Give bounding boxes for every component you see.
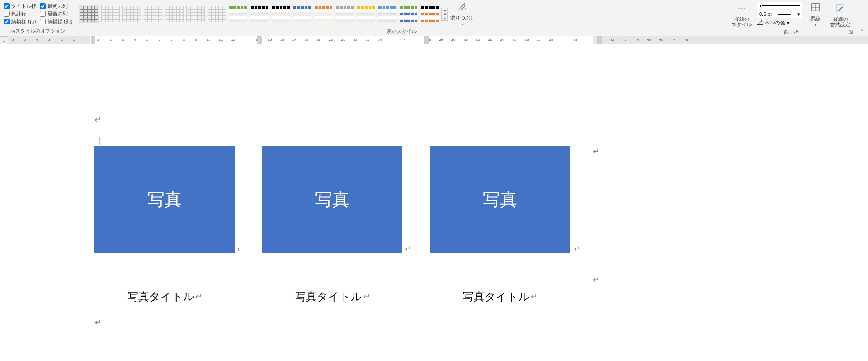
photo-title-1: 写真タイトル: [127, 289, 194, 304]
svg-rect-2: [757, 24, 763, 25]
table-style-thumb[interactable]: [143, 5, 163, 23]
cell-mark: ↵: [237, 244, 244, 254]
table-style-thumb[interactable]: [121, 5, 142, 23]
borders-button[interactable]: 罫線 ▾: [806, 2, 825, 28]
first-col-label: 最初の列: [48, 3, 68, 10]
photo-placeholder-1[interactable]: 写真: [94, 146, 235, 253]
shading-button[interactable]: 塗りつぶし ▾: [448, 1, 477, 27]
total-row-checkbox[interactable]: 集計行: [4, 10, 36, 17]
vertical-ruler[interactable]: [0, 44, 8, 361]
table-styles-group: ▲ ▼ ▾ 塗りつぶし ▾ 表のスタイル: [76, 0, 727, 36]
line-style-dropdown[interactable]: ▾: [757, 2, 802, 9]
banded-cols-input[interactable]: [40, 19, 46, 24]
table-style-thumb[interactable]: [398, 5, 419, 23]
paragraph-mark: ↵: [195, 292, 202, 302]
table-style-thumb[interactable]: [228, 5, 248, 23]
photo-cell-1[interactable]: 写真: [94, 146, 235, 253]
painter-icon: [835, 3, 846, 15]
total-row-input[interactable]: [4, 11, 10, 17]
paragraph-mark: ↵: [94, 318, 101, 327]
banded-rows-input[interactable]: [4, 19, 10, 24]
first-col-input[interactable]: [40, 3, 46, 9]
paragraph-mark: ↵: [531, 292, 538, 302]
table-style-thumb[interactable]: [420, 5, 440, 23]
photo-table-row-2: 写真タイトル↵ 写真タイトル↵ 写真タイトル↵ ↵: [94, 271, 597, 304]
photo-placeholder-3[interactable]: 写真: [430, 146, 570, 253]
table-style-thumb[interactable]: [164, 5, 184, 23]
table-style-thumb[interactable]: [79, 5, 99, 23]
margin-corner-tl: [92, 137, 100, 145]
photo-table-row-1: 写真 ↵ 写真 ↵ 写真 ↵ ↵: [94, 146, 597, 253]
borders-group: 罫線の スタイル ▾ 0.5 pt ▾ ペンの色 ▾: [727, 0, 855, 36]
pen-color-label: ペンの色: [765, 20, 785, 26]
page: ↵ 写真 ↵ 写真 ↵ 写真 ↵ ↵ 写真タイトル↵: [8, 44, 684, 361]
gallery-down-button[interactable]: ▼: [442, 12, 447, 16]
table-style-thumb[interactable]: [313, 5, 334, 23]
title-cell-1[interactable]: 写真タイトル↵: [94, 271, 235, 304]
bucket-icon: [458, 2, 468, 14]
table-style-thumb[interactable]: [356, 5, 376, 23]
table-style-thumb[interactable]: [335, 5, 355, 23]
pen-icon: [757, 19, 763, 26]
photo-cell-2[interactable]: 写真: [262, 146, 402, 253]
table-style-thumb[interactable]: [100, 5, 121, 23]
row-end-mark: ↵: [593, 275, 600, 285]
border-style-icon: [737, 4, 747, 15]
table-style-thumb[interactable]: [207, 5, 227, 23]
table-style-thumb[interactable]: [249, 5, 270, 23]
total-row-label: 集計行: [11, 10, 26, 17]
table-style-thumb[interactable]: [377, 5, 398, 23]
pen-color-button[interactable]: ペンの色 ▾: [757, 19, 802, 26]
borders-dialog-launcher[interactable]: ⇲: [848, 29, 854, 35]
table-style-thumb[interactable]: [292, 5, 312, 23]
last-col-label: 最後の列: [48, 10, 68, 17]
photo-title-3: 写真タイトル: [463, 289, 530, 304]
title-row-checkbox[interactable]: タイトル行: [4, 3, 36, 10]
tab-selector[interactable]: ∟: [0, 36, 8, 44]
border-style-button[interactable]: 罫線の スタイル: [730, 2, 753, 28]
ribbon: タイトル行 最初の列 集計行 最後の列 縞模様 (行) 縞模様 (列) 表スタイ…: [0, 0, 868, 36]
photo-cell-3[interactable]: 写真: [430, 146, 570, 253]
border-painter-button[interactable]: 罫線の 書式設定: [829, 2, 852, 28]
row-end-mark: ↵: [593, 146, 600, 156]
border-style-label: 罫線の スタイル: [732, 16, 752, 27]
cell-mark: ↵: [574, 244, 581, 254]
table-style-thumb[interactable]: [185, 5, 206, 23]
collapse-ribbon-button[interactable]: ^: [855, 0, 868, 36]
horizontal-ruler[interactable]: ∟ 65432112345678910111214151617181920212…: [0, 36, 868, 44]
table-style-thumb[interactable]: [271, 5, 291, 23]
borders-label: 罫線: [810, 15, 820, 22]
title-cell-2[interactable]: 写真タイトル↵: [262, 271, 402, 304]
title-cell-3[interactable]: 写真タイトル↵: [430, 271, 570, 304]
banded-rows-label: 縞模様 (行): [11, 18, 36, 25]
gallery-scroller: ▲ ▼ ▾: [441, 8, 448, 21]
line-weight-dropdown[interactable]: 0.5 pt ▾: [757, 10, 802, 18]
photo-placeholder-2[interactable]: 写真: [262, 146, 402, 253]
banded-cols-checkbox[interactable]: 縞模様 (列): [40, 18, 72, 25]
line-weight-value: 0.5 pt: [759, 11, 772, 17]
first-col-checkbox[interactable]: 最初の列: [40, 3, 72, 10]
last-col-checkbox[interactable]: 最後の列: [40, 10, 72, 17]
last-col-input[interactable]: [40, 11, 46, 17]
gallery-up-button[interactable]: ▲: [442, 8, 447, 12]
table-styles-row: ▲ ▼ ▾ 塗りつぶし ▾: [79, 1, 724, 27]
style-options-grid: タイトル行 最初の列 集計行 最後の列 縞模様 (行) 縞模様 (列): [3, 1, 73, 27]
paragraph-mark: ↵: [94, 115, 101, 124]
border-painter-label: 罫線の 書式設定: [830, 16, 850, 27]
table-style-options-group: タイトル行 最初の列 集計行 最後の列 縞模様 (行) 縞模様 (列) 表スタイ…: [0, 0, 76, 36]
cell-mark: ↵: [405, 244, 412, 254]
table-style-gallery: [79, 5, 440, 23]
paragraph-mark: ↵: [363, 292, 370, 302]
gallery-more-button[interactable]: ▾: [442, 16, 447, 20]
shading-label: 塗りつぶし: [450, 15, 475, 21]
banded-cols-label: 縞模様 (列): [48, 18, 72, 25]
margin-corner-tr: [592, 137, 600, 145]
title-row-input[interactable]: [4, 3, 10, 9]
chevron-down-icon: ▾: [462, 22, 464, 26]
borders-group-label: 飾り枠: [730, 28, 852, 37]
banded-rows-checkbox[interactable]: 縞模様 (行): [4, 18, 36, 25]
chevron-up-icon: ^: [860, 29, 863, 34]
photo-title-2: 写真タイトル: [295, 289, 362, 304]
document-scroll[interactable]: ↵ 写真 ↵ 写真 ↵ 写真 ↵ ↵ 写真タイトル↵: [8, 44, 868, 361]
borders-icon: [810, 2, 821, 15]
